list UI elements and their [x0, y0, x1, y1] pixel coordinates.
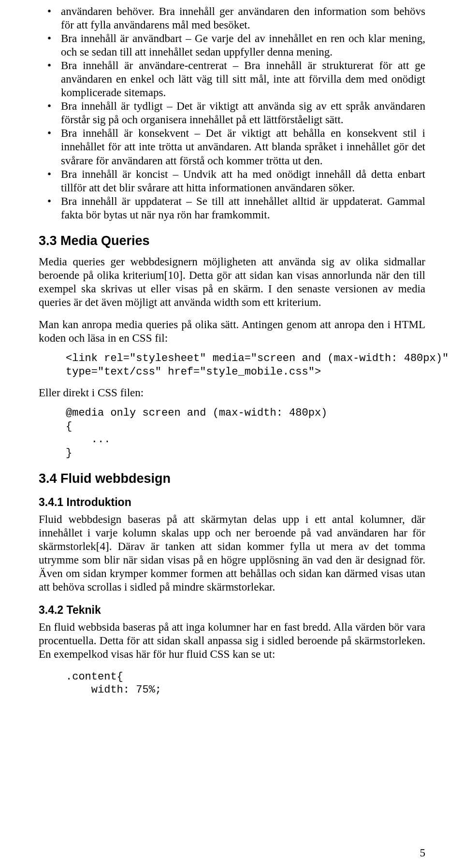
list-item: Bra innehåll är användare-centrerat – Br…	[39, 59, 425, 100]
paragraph: Man kan anropa media queries på olika sä…	[39, 318, 425, 345]
bullet-list: användaren behöver. Bra innehåll ger anv…	[39, 5, 425, 222]
heading-3-3: 3.3 Media Queries	[39, 233, 425, 248]
heading-3-4: 3.4 Fluid webbdesign	[39, 471, 425, 486]
list-item: Bra innehåll är tydligt – Det är viktigt…	[39, 100, 425, 127]
heading-3-4-1: 3.4.1 Introduktion	[39, 496, 425, 509]
paragraph: Media queries ger webbdesignern möjlighe…	[39, 255, 425, 309]
list-item-text: Bra innehåll är uppdaterat – Se till att…	[61, 195, 425, 221]
list-item: Bra innehåll är uppdaterat – Se till att…	[39, 195, 425, 222]
list-item: Bra innehåll är koncist – Undvik att ha …	[39, 168, 425, 195]
code-block: .content{ width: 75%;	[39, 670, 425, 697]
page-number: 5	[420, 847, 426, 859]
paragraph: Fluid webbdesign baseras på att skärmyta…	[39, 513, 425, 594]
list-item-text: Bra innehåll är koncist – Undvik att ha …	[61, 168, 425, 194]
paragraph: En fluid webbsida baseras på att inga ko…	[39, 621, 425, 661]
list-item: Bra innehåll är konsekvent – Det är vikt…	[39, 127, 425, 167]
document-page: användaren behöver. Bra innehåll ger anv…	[0, 0, 464, 868]
paragraph: Eller direkt i CSS filen:	[39, 386, 425, 400]
list-item-text: Bra innehåll är tydligt – Det är viktigt…	[61, 100, 425, 126]
list-item-text: användaren behöver. Bra innehåll ger anv…	[61, 5, 425, 31]
list-item: användaren behöver. Bra innehåll ger anv…	[39, 5, 425, 32]
code-block: @media only screen and (max-width: 480px…	[39, 406, 425, 460]
list-item: Bra innehåll är användbart – Ge varje de…	[39, 32, 425, 59]
list-item-text: Bra innehåll är användare-centrerat – Br…	[61, 59, 425, 99]
list-item-text: Bra innehåll är konsekvent – Det är vikt…	[61, 127, 425, 166]
list-item-text: Bra innehåll är användbart – Ge varje de…	[61, 32, 425, 58]
heading-3-4-2: 3.4.2 Teknik	[39, 604, 425, 617]
code-block: <link rel="stylesheet" media="screen and…	[39, 352, 425, 378]
